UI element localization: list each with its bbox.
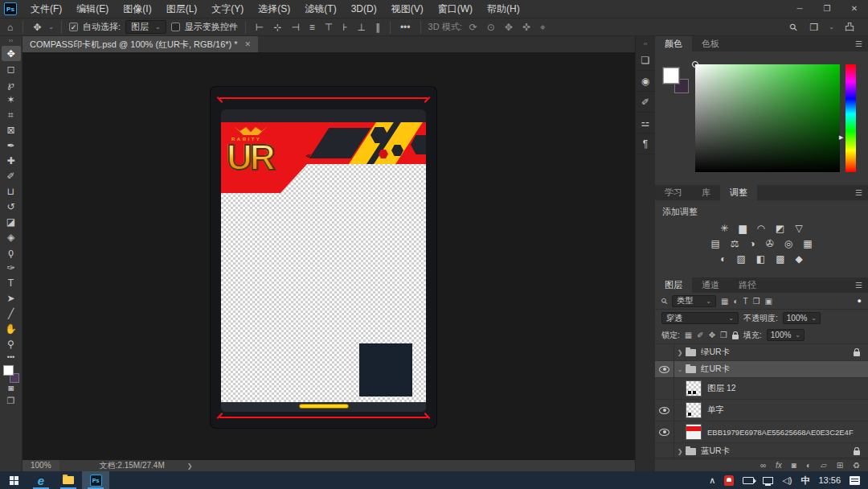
tab-paths[interactable]: 路径: [729, 277, 766, 293]
threshold-icon[interactable]: ◧: [756, 254, 765, 264]
gradient-map-icon[interactable]: ▩: [776, 254, 784, 264]
layer-name[interactable]: 红UR卡: [701, 364, 730, 375]
brush-tool[interactable]: ✐: [2, 168, 21, 183]
tray-video-icon[interactable]: [743, 477, 754, 484]
action-center-icon[interactable]: [850, 476, 860, 485]
3d-dolly-icon[interactable]: ⌖: [538, 22, 548, 33]
path-select-tool[interactable]: ➤: [2, 290, 21, 306]
lock-artboard-icon[interactable]: ❒: [720, 331, 727, 339]
move-tool[interactable]: ✥: [2, 46, 21, 61]
gradient-tool[interactable]: ◈: [2, 229, 21, 244]
panel-expand-icon[interactable]: ‹‹: [644, 41, 648, 47]
taskbar-edge-button[interactable]: e: [27, 471, 55, 489]
visibility-toggle[interactable]: [655, 443, 674, 459]
distribute-h-icon[interactable]: ≡: [307, 22, 317, 33]
opacity-field[interactable]: 100% ⌄: [783, 312, 821, 324]
quick-selection-tool[interactable]: ✶: [2, 92, 21, 107]
menu-file[interactable]: 文件(F): [23, 0, 69, 18]
levels-icon[interactable]: ▆: [739, 224, 746, 233]
expand-arrow-icon[interactable]: ❯: [674, 349, 686, 356]
menu-edit[interactable]: 编辑(E): [69, 0, 116, 18]
layer-name[interactable]: EBB1979E6978AE55625668AE0E3C2E4F: [707, 428, 854, 437]
paragraph-panel-icon[interactable]: ¶: [637, 134, 654, 154]
color-picker-ring[interactable]: [692, 61, 698, 68]
tray-app-icon[interactable]: [724, 475, 734, 486]
lock-transparency-icon[interactable]: ▦: [685, 331, 692, 339]
menu-3d[interactable]: 3D(D): [344, 0, 384, 18]
layer-thumbnail[interactable]: [686, 402, 702, 418]
crop-tool[interactable]: ⌗: [2, 107, 21, 122]
color-balance-icon[interactable]: ⚖: [731, 239, 739, 249]
fill-field[interactable]: 100% ⌄: [767, 329, 805, 341]
menu-view[interactable]: 视图(V): [384, 0, 431, 18]
filter-adjustment-layers-icon[interactable]: ◐: [733, 297, 738, 306]
filter-type-dropdown[interactable]: 类型 ⌄: [672, 295, 716, 307]
hue-slider-arrow-icon[interactable]: ▶: [839, 134, 843, 141]
panel-menu-icon[interactable]: ☰: [855, 277, 868, 293]
layer-thumbnail[interactable]: [686, 424, 702, 440]
menu-image[interactable]: 图像(I): [116, 0, 158, 18]
layer-row-red-group[interactable]: ⌄ 红UR卡: [655, 361, 868, 378]
tool-preset-caret-icon[interactable]: ⌄: [48, 23, 54, 31]
link-layers-icon[interactable]: ∞: [760, 461, 766, 470]
quick-mask-icon[interactable]: ◙: [8, 383, 14, 396]
filter-smart-objects-icon[interactable]: ▣: [765, 297, 772, 306]
menu-layer[interactable]: 图层(L): [159, 0, 205, 18]
tab-learn[interactable]: 学习: [655, 185, 692, 200]
tab-swatches[interactable]: 色板: [692, 36, 729, 51]
hue-slider[interactable]: [845, 64, 856, 172]
healing-brush-tool[interactable]: ✚: [2, 153, 21, 168]
lock-pixels-icon[interactable]: ✐: [697, 331, 703, 339]
filter-shape-layers-icon[interactable]: ❒: [753, 297, 760, 306]
visibility-toggle[interactable]: [655, 344, 674, 360]
tab-close-icon[interactable]: ✕: [245, 40, 252, 48]
menu-window[interactable]: 窗口(W): [431, 0, 480, 18]
align-center-h-icon[interactable]: ⊹: [271, 22, 284, 33]
eyedropper-tool[interactable]: ✒: [2, 138, 21, 153]
visibility-toggle[interactable]: [655, 361, 674, 377]
menu-type[interactable]: 文字(Y): [204, 0, 251, 18]
new-group-icon[interactable]: ▱: [821, 461, 827, 470]
tab-channels[interactable]: 通道: [692, 277, 729, 293]
menu-select[interactable]: 选择(S): [251, 0, 297, 18]
expand-arrow-icon[interactable]: ❯: [674, 448, 686, 455]
brightness-contrast-icon[interactable]: ✳: [720, 224, 728, 233]
auto-select-checkbox[interactable]: ✓: [69, 23, 78, 31]
3d-pan-icon[interactable]: ✥: [502, 22, 515, 33]
clock[interactable]: 13:56: [818, 475, 841, 485]
taskbar-photoshop-button[interactable]: Ps: [82, 471, 109, 489]
tray-volume-icon[interactable]: ◁): [782, 475, 792, 486]
foreground-color-swatch[interactable]: [663, 68, 679, 84]
more-options-icon[interactable]: •••: [398, 22, 413, 33]
selective-color-icon[interactable]: ◆: [796, 254, 803, 264]
visibility-toggle[interactable]: [655, 378, 674, 399]
adjustment-layer-icon[interactable]: ◐: [806, 461, 811, 470]
search-icon[interactable]: ⚲: [785, 18, 801, 35]
hue-saturation-icon[interactable]: ▤: [710, 239, 719, 249]
history-brush-tool[interactable]: ↺: [2, 199, 21, 214]
screen-mode-icon[interactable]: ❐: [7, 396, 15, 409]
layer-effects-icon[interactable]: fx: [776, 461, 782, 470]
layer-mask-icon[interactable]: ◙: [792, 461, 796, 470]
layer-row-layer12[interactable]: 图层 12: [655, 378, 868, 400]
align-right-icon[interactable]: ⊣: [289, 22, 301, 33]
align-bottom-icon[interactable]: ⊥: [354, 22, 367, 33]
tray-network-icon[interactable]: [763, 477, 773, 484]
collapse-arrow-icon[interactable]: ⌄: [674, 366, 686, 373]
layer-name[interactable]: 绿UR卡: [701, 347, 730, 358]
layer-row-danzi[interactable]: 单字: [655, 400, 868, 421]
3d-roll-icon[interactable]: ⊙: [485, 22, 497, 33]
start-button[interactable]: [0, 471, 27, 489]
status-chevron-icon[interactable]: ❯: [187, 462, 193, 470]
zoom-tool[interactable]: ⚲: [2, 336, 21, 351]
layer-row-ebb[interactable]: EBB1979E6978AE55625668AE0E3C2E4F: [655, 421, 868, 443]
saturation-brightness-field[interactable]: [695, 64, 840, 172]
black-white-icon[interactable]: ◑: [749, 239, 755, 249]
toolbar-collapse-icon[interactable]: ››: [9, 38, 13, 46]
tray-collapse-icon[interactable]: ∧: [709, 475, 715, 486]
posterize-icon[interactable]: ▨: [736, 254, 745, 264]
minimize-button[interactable]: ─: [786, 0, 813, 18]
dodge-tool[interactable]: ϙ: [2, 244, 21, 260]
close-button[interactable]: ✕: [841, 0, 868, 18]
align-middle-icon[interactable]: ⊦: [340, 22, 350, 33]
